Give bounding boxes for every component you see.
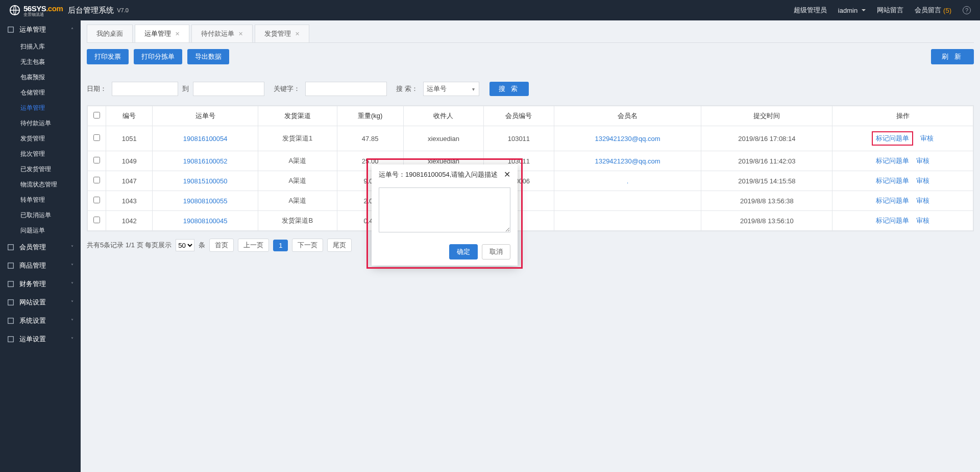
page-size-select[interactable]: 50 [176, 239, 194, 251]
audit-link[interactable]: 审核 [916, 157, 929, 164]
mark-problem-link[interactable]: 标记问题单 [876, 217, 909, 224]
tab-0[interactable]: 我的桌面 [87, 25, 133, 42]
cell-channel: A渠道 [258, 171, 337, 191]
search-button[interactable]: 搜 索 [489, 82, 529, 96]
tab-2[interactable]: 待付款运单✕ [191, 25, 253, 42]
waybill-link[interactable]: 190816100052 [183, 157, 228, 165]
sidebar-item-11[interactable]: 已取消运单 [0, 207, 81, 223]
cell-time: 2019/8/8 13:56:38 [701, 191, 832, 211]
member-link[interactable]: . [627, 177, 629, 185]
sidebar: 运单管理˄扫描入库无主包裹包裹预报仓储管理运单管理待付款运单发货管理批次管理已发… [0, 20, 81, 472]
role-label: 超级管理员 [794, 6, 827, 15]
toolbar: 打印发票 打印分拣单 导出数据 刷 新 日期： 到 关键字： 搜 索： 运单号 … [87, 43, 974, 258]
dialog-ok-button[interactable]: 确定 [449, 244, 478, 259]
pager-first[interactable]: 首页 [209, 239, 234, 252]
refresh-button[interactable]: 刷 新 [931, 49, 974, 64]
help-icon[interactable]: ? [963, 6, 971, 14]
member-messages-link[interactable]: 会员留言 (5) [915, 6, 951, 15]
member-link[interactable]: 1329421230@qq.com [595, 135, 660, 143]
menu-group-0[interactable]: 运单管理˄ [0, 20, 81, 39]
member-messages-count: (5) [943, 7, 951, 14]
audit-link[interactable]: 审核 [916, 177, 929, 184]
cell-channel: A渠道 [258, 151, 337, 171]
waybill-link[interactable]: 190808100045 [183, 217, 228, 225]
mark-problem-link[interactable]: 标记问题单 [876, 197, 909, 204]
pager-current[interactable]: 1 [273, 240, 288, 251]
user-menu[interactable]: iadmin [838, 7, 866, 14]
pager-prev[interactable]: 上一页 [238, 239, 269, 252]
row-checkbox[interactable] [93, 177, 100, 183]
tab-close-icon[interactable]: ✕ [175, 31, 180, 37]
export-button[interactable]: 导出数据 [187, 49, 229, 64]
waybill-link[interactable]: 190816100054 [183, 135, 228, 143]
member-link[interactable]: 1329421230@qq.com [595, 157, 660, 165]
pager-unit: 条 [199, 241, 205, 250]
col-header-6: 会员编号 [484, 106, 554, 126]
mark-problem-link[interactable]: 标记问题单 [876, 134, 909, 142]
pager-last[interactable]: 尾页 [327, 239, 352, 252]
menu-group-3[interactable]: 财务管理˅ [0, 275, 81, 293]
sidebar-item-5[interactable]: 待付款运单 [0, 115, 81, 131]
row-checkbox[interactable] [93, 197, 100, 203]
cell-id: 1049 [106, 151, 153, 171]
search-field-select[interactable]: 运单号 [423, 82, 479, 96]
mark-problem-link[interactable]: 标记问题单 [876, 157, 909, 164]
date-label: 日期： [87, 84, 107, 93]
sidebar-item-4[interactable]: 运单管理 [0, 100, 81, 115]
waybill-link[interactable]: 190815100050 [183, 177, 228, 185]
mark-problem-dialog: 运单号：190816100054,请输入问题描述 ✕ 确定 取消 [372, 164, 518, 266]
cell-id: 1047 [106, 171, 153, 191]
svg-rect-5 [8, 300, 14, 305]
menu-group-4[interactable]: 网站设置˅ [0, 293, 81, 312]
date-to-input[interactable] [193, 82, 264, 96]
col-header-0 [88, 106, 106, 126]
sidebar-item-6[interactable]: 发货管理 [0, 131, 81, 146]
row-checkbox[interactable] [93, 217, 100, 223]
select-all-checkbox[interactable] [93, 112, 100, 119]
user-icon [7, 262, 14, 269]
menu-group-1[interactable]: 会员管理˅ [0, 238, 81, 256]
sidebar-item-12[interactable]: 问题运单 [0, 223, 81, 238]
dialog-cancel-button[interactable]: 取消 [482, 244, 510, 259]
grid-icon [7, 317, 14, 324]
sidebar-item-8[interactable]: 已发货管理 [0, 161, 81, 177]
sidebar-item-9[interactable]: 物流状态管理 [0, 177, 81, 192]
sidebar-item-7[interactable]: 批次管理 [0, 146, 81, 161]
sidebar-item-2[interactable]: 包裹预报 [0, 69, 81, 85]
menu-group-2[interactable]: 商品管理˅ [0, 256, 81, 275]
tab-close-icon[interactable]: ✕ [238, 31, 243, 37]
close-icon[interactable]: ✕ [504, 170, 510, 179]
svg-rect-2 [8, 245, 14, 250]
audit-link[interactable]: 审核 [916, 197, 929, 204]
col-header-8: 提交时间 [701, 106, 832, 126]
print-invoice-button[interactable]: 打印发票 [87, 49, 129, 64]
row-checkbox[interactable] [93, 157, 100, 163]
print-sort-button[interactable]: 打印分拣单 [134, 49, 182, 64]
audit-link[interactable]: 审核 [916, 217, 929, 224]
wallet-icon [7, 280, 14, 288]
pager-next[interactable]: 下一页 [292, 239, 323, 252]
cell-time: 2019/8/16 11:42:03 [701, 151, 832, 171]
logo: 56SYS.com 全景物流通 [9, 4, 63, 17]
col-header-5: 收件人 [403, 106, 484, 126]
tab-1[interactable]: 运单管理✕ [135, 25, 189, 42]
site-messages-link[interactable]: 网站留言 [877, 6, 903, 15]
date-from-input[interactable] [112, 82, 178, 96]
audit-link[interactable]: 审核 [920, 134, 934, 142]
svg-rect-3 [8, 263, 14, 269]
sidebar-item-10[interactable]: 转单管理 [0, 192, 81, 207]
sidebar-item-3[interactable]: 仓储管理 [0, 85, 81, 100]
tab-close-icon[interactable]: ✕ [295, 31, 300, 37]
waybill-link[interactable]: 190808100055 [183, 197, 228, 205]
tab-3[interactable]: 发货管理✕ [255, 25, 309, 42]
search-field-label: 搜 索： [396, 84, 418, 93]
keyword-input[interactable] [305, 82, 387, 96]
sidebar-item-0[interactable]: 扫描入库 [0, 39, 81, 54]
row-checkbox[interactable] [93, 134, 100, 141]
problem-description-textarea[interactable] [379, 187, 510, 232]
mark-problem-link[interactable]: 标记问题单 [876, 177, 909, 184]
menu-group-5[interactable]: 系统设置˅ [0, 312, 81, 330]
sidebar-item-1[interactable]: 无主包裹 [0, 54, 81, 69]
to-label: 到 [182, 84, 189, 93]
menu-group-6[interactable]: 运单设置˅ [0, 330, 81, 348]
